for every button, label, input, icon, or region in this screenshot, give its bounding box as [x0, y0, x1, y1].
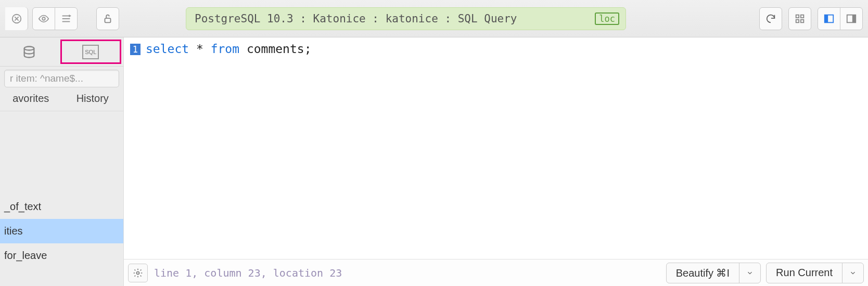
location-badge: loc	[595, 12, 619, 25]
text-token: *	[189, 42, 211, 56]
svg-rect-6	[801, 19, 804, 22]
beautify-label[interactable]: Beautify ⌘I	[667, 263, 739, 283]
top-toolbar: PostgreSQL 10.3 : Katonice : katonice : …	[0, 0, 868, 37]
run-label[interactable]: Run Current	[767, 263, 843, 283]
sql-editor[interactable]: 1 select * from comments;	[124, 37, 868, 259]
filter-placeholder: r item: ^name$...	[10, 73, 83, 84]
text-token: comments;	[239, 42, 311, 56]
editor-pane: 1 select * from comments; line 1, column…	[124, 37, 868, 286]
eye-button[interactable]	[32, 7, 55, 30]
sidebar-tab-sql[interactable]: SQL	[60, 40, 122, 64]
beautify-button[interactable]: Beautify ⌘I	[666, 263, 761, 283]
beautify-dropdown[interactable]	[739, 263, 760, 283]
connection-label: PostgreSQL 10.3 : Katonice : katonice : …	[195, 12, 517, 25]
database-icon	[22, 45, 36, 59]
main-area: SQL r item: ^name$... avorites History _…	[0, 37, 868, 286]
cancel-button[interactable]	[5, 7, 28, 30]
settings-button[interactable]	[128, 264, 148, 282]
svg-point-11	[24, 46, 34, 50]
svg-point-12	[137, 271, 139, 274]
chevron-down-icon	[746, 269, 754, 277]
run-dropdown[interactable]	[843, 263, 863, 283]
svg-rect-8	[825, 15, 828, 22]
line-gutter: 1	[124, 42, 141, 259]
indent-icon	[60, 13, 72, 24]
sidebar-tab-structure[interactable]	[0, 37, 58, 66]
connection-bar[interactable]: PostgreSQL 10.3 : Katonice : katonice : …	[186, 7, 626, 30]
grid-icon	[794, 13, 806, 24]
sidebar-tabs: SQL	[0, 37, 123, 67]
gear-icon	[133, 268, 143, 278]
refresh-icon	[765, 13, 776, 24]
panel-right-icon	[846, 13, 857, 24]
cursor-position: line 1, column 23, location 23	[154, 267, 342, 279]
sidebar-section-favorites[interactable]: avorites	[0, 93, 62, 106]
svg-rect-5	[796, 19, 799, 22]
svg-point-1	[42, 17, 45, 20]
svg-rect-2	[105, 18, 111, 22]
list-item[interactable]: ities	[0, 219, 123, 243]
sql-icon: SQL	[82, 45, 99, 59]
keyword-token: select	[146, 42, 189, 56]
sidebar-section-history[interactable]: History	[62, 93, 124, 106]
panel-left-icon	[823, 13, 835, 24]
svg-rect-4	[801, 15, 804, 18]
x-circle-icon	[11, 13, 22, 24]
status-bar: line 1, column 23, location 23 Beautify …	[124, 259, 868, 286]
sidebar-list: _of_text ities for_leave	[0, 111, 123, 286]
sidebar: SQL r item: ^name$... avorites History _…	[0, 37, 124, 286]
svg-rect-10	[852, 15, 856, 22]
chevron-down-icon	[849, 269, 857, 277]
sidebar-section-tabs: avorites History	[0, 90, 123, 111]
line-number: 1	[130, 44, 141, 55]
eye-icon	[38, 13, 49, 24]
svg-rect-3	[796, 15, 799, 18]
lock-button[interactable]	[96, 7, 119, 30]
code-line: select * from comments;	[141, 42, 312, 259]
sidebar-filter-input[interactable]: r item: ^name$...	[4, 70, 119, 87]
list-item[interactable]: _of_text	[0, 194, 123, 219]
list-item[interactable]: for_leave	[0, 243, 123, 268]
grid-button[interactable]	[788, 7, 811, 30]
keyword-token: from	[211, 42, 239, 56]
sidebar-right-toggle[interactable]	[840, 7, 863, 30]
unlock-icon	[102, 13, 113, 24]
refresh-button[interactable]	[759, 7, 782, 30]
sidebar-left-toggle[interactable]	[818, 7, 840, 30]
indent-button[interactable]	[55, 7, 78, 30]
run-button[interactable]: Run Current	[766, 263, 864, 283]
